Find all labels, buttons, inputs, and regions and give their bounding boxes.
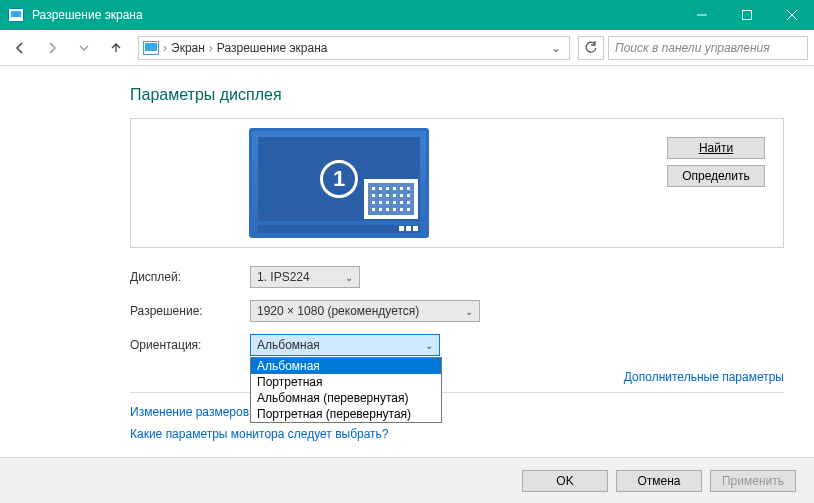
resize-text-link[interactable]: Изменение размеров текста и других элеме…	[130, 405, 784, 419]
display-settings-icon	[8, 8, 24, 22]
monitor-number-badge: 1	[320, 160, 358, 198]
orientation-dropdown-list: Альбомная Портретная Альбомная (переверн…	[250, 357, 442, 423]
page-title: Параметры дисплея	[130, 86, 784, 104]
find-button[interactable]: Найти	[667, 137, 765, 159]
monitor-help-link[interactable]: Какие параметры монитора следует выбрать…	[130, 427, 784, 441]
maximize-button[interactable]	[724, 0, 769, 30]
divider	[130, 392, 784, 393]
refresh-button[interactable]	[578, 36, 604, 60]
resolution-label: Разрешение:	[130, 304, 250, 318]
monitor-icon	[143, 41, 159, 55]
forward-button[interactable]	[38, 34, 66, 62]
chevron-right-icon: ›	[209, 41, 213, 55]
breadcrumb-segment[interactable]: Экран	[171, 41, 205, 55]
display-select[interactable]: 1. IPS224 ⌄	[250, 266, 360, 288]
svg-rect-1	[742, 11, 751, 20]
content-area: Параметры дисплея 1 Найти Определить Дис…	[0, 66, 814, 457]
cancel-button[interactable]: Отмена	[616, 470, 702, 492]
advanced-settings-link[interactable]: Дополнительные параметры	[624, 370, 784, 384]
chevron-down-icon: ⌄	[425, 340, 433, 351]
display-label: Дисплей:	[130, 270, 250, 284]
calendar-grid-icon	[364, 179, 418, 219]
orientation-option-portrait[interactable]: Портретная	[251, 374, 441, 390]
close-button[interactable]	[769, 0, 814, 30]
chevron-down-icon: ⌄	[345, 272, 353, 283]
back-button[interactable]	[6, 34, 34, 62]
up-button[interactable]	[102, 34, 130, 62]
minimize-button[interactable]	[679, 0, 724, 30]
search-input[interactable]: Поиск в панели управления	[608, 36, 808, 60]
detect-button[interactable]: Определить	[667, 165, 765, 187]
ok-button[interactable]: OK	[522, 470, 608, 492]
address-bar[interactable]: › Экран › Разрешение экрана ⌄	[138, 36, 570, 60]
window-title: Разрешение экрана	[32, 8, 679, 22]
orientation-option-landscape-flipped[interactable]: Альбомная (перевернутая)	[251, 390, 441, 406]
dialog-footer: OK Отмена Применить	[0, 457, 814, 503]
resolution-select[interactable]: 1920 × 1080 (рекомендуется) ⌄	[250, 300, 480, 322]
apply-button[interactable]: Применить	[710, 470, 796, 492]
chevron-right-icon: ›	[163, 41, 167, 55]
orientation-option-portrait-flipped[interactable]: Портретная (перевернутая)	[251, 406, 441, 422]
orientation-label: Ориентация:	[130, 338, 250, 352]
chevron-down-icon[interactable]: ⌄	[547, 41, 565, 55]
monitor-arrangement-box: 1 Найти Определить	[130, 118, 784, 248]
chevron-down-icon: ⌄	[465, 306, 473, 317]
search-placeholder: Поиск в панели управления	[615, 41, 770, 55]
monitor-preview[interactable]: 1	[249, 128, 429, 238]
nav-bar: › Экран › Разрешение экрана ⌄ Поиск в па…	[0, 30, 814, 66]
breadcrumb-segment[interactable]: Разрешение экрана	[217, 41, 328, 55]
orientation-select[interactable]: Альбомная ⌄ Альбомная Портретная Альбомн…	[250, 334, 440, 356]
title-bar: Разрешение экрана	[0, 0, 814, 30]
recent-dropdown[interactable]	[70, 34, 98, 62]
orientation-option-landscape[interactable]: Альбомная	[251, 358, 441, 374]
